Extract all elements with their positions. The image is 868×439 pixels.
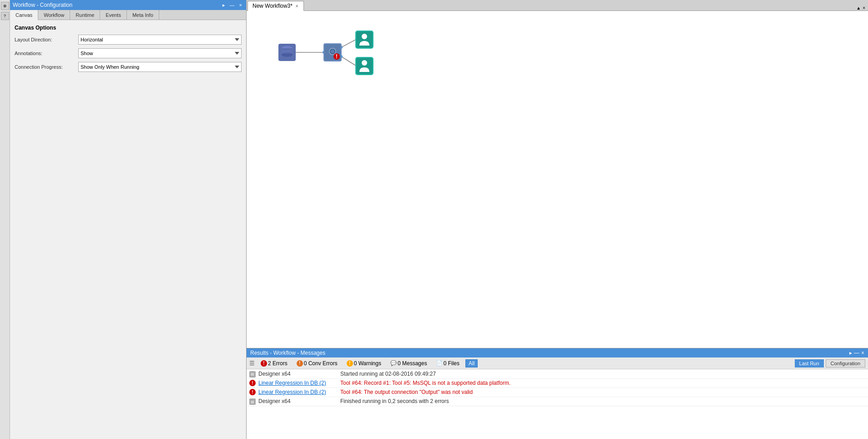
row-source-2: Designer x64 — [258, 398, 340, 404]
filter-conv-errors-btn[interactable]: ! 0 Conv Errors — [293, 359, 341, 368]
workflow-tab-title: New Workflow3* — [252, 3, 293, 9]
table-row: ▤ Designer x64 Finished running in 0,2 s… — [247, 397, 868, 407]
table-row: ▤ Designer x64 Started running at 02-08-… — [247, 369, 868, 379]
layout-direction-label: Layout Direction: — [15, 37, 78, 42]
results-list-icon: ☰ — [249, 360, 255, 367]
messages-label: 0 Messages — [398, 360, 427, 367]
connection-progress-select[interactable]: Show Only When Running Always Show Never… — [78, 62, 242, 72]
sidebar-icon-cursor[interactable]: ⊕ — [1, 2, 9, 10]
conv-error-icon: ! — [297, 360, 303, 367]
workflow-close-main-icon[interactable]: × — [863, 5, 865, 10]
row-message-error: Tool #64: Record #1: Tool #5: MsSQL is n… — [340, 380, 865, 386]
row-message-error-2: Tool #64: The output connection "Output"… — [340, 389, 865, 395]
sidebar-icon-help[interactable]: ? — [1, 12, 9, 20]
filter-errors-btn[interactable]: ! 2 Errors — [257, 359, 291, 368]
warn-icon: ! — [347, 360, 353, 367]
canvas-area[interactable]: ! — [247, 11, 868, 348]
results-toolbar: ☰ ! 2 Errors ! 0 Conv Errors ! 0 Warning… — [247, 357, 868, 369]
row-icon-group: ▤ — [249, 370, 258, 378]
configuration-button[interactable]: Configuration — [826, 359, 865, 368]
node-output-2[interactable] — [356, 57, 373, 75]
workflow-tabbar: New Workflow3* × ▲ × — [247, 0, 868, 11]
filter-warnings-btn[interactable]: ! 0 Warnings — [343, 359, 384, 368]
results-close-icon[interactable]: × — [861, 350, 864, 356]
config-content: Canvas Options Layout Direction: Horizon… — [10, 20, 246, 439]
svg-point-12 — [362, 34, 367, 39]
node-tool[interactable]: ! — [324, 44, 341, 61]
main-area: New Workflow3* × ▲ × — [247, 0, 868, 439]
tab-workflow[interactable]: Workflow — [38, 10, 70, 20]
section-title: Canvas Options — [15, 25, 242, 31]
annotations-label: Annotations: — [15, 51, 78, 56]
files-label: 0 Files — [444, 360, 459, 367]
tab-meta-info[interactable]: Meta Info — [127, 10, 159, 20]
svg-text:!: ! — [336, 53, 338, 60]
files-icon: 📄 — [436, 360, 443, 366]
row-message: Started running at 02-08-2016 09:49:27 — [340, 371, 865, 377]
tab-canvas[interactable]: Canvas — [10, 10, 38, 20]
svg-point-14 — [362, 60, 367, 66]
config-titlebar: Workflow - Configuration ▸ — × — [10, 0, 246, 10]
minimize-button[interactable]: — — [228, 2, 236, 8]
row-source-link[interactable]: Linear Regression In DB (2) — [258, 380, 340, 386]
error-icon: ! — [261, 360, 267, 367]
svg-point-8 — [331, 50, 334, 53]
config-tabs: Canvas Workflow Runtime Events Meta Info — [10, 10, 246, 20]
results-titlebar: Results - Workflow - Messages ▸ — × — [247, 348, 868, 357]
workflow-canvas: ! — [247, 11, 868, 348]
node-output-1[interactable] — [356, 31, 373, 48]
warnings-label: 0 Warnings — [354, 360, 381, 367]
tab-events[interactable]: Events — [100, 10, 127, 20]
svg-rect-11 — [356, 31, 373, 48]
row-icon-error: ! — [249, 380, 258, 387]
connection-tool-out1 — [341, 40, 356, 47]
message-icon: 💬 — [390, 360, 397, 366]
svg-rect-13 — [356, 57, 373, 75]
workflow-tab-close[interactable]: × — [295, 4, 299, 9]
table-row: ! Linear Regression In DB (2) Tool #64: … — [247, 388, 868, 397]
row-source: Designer x64 — [258, 371, 340, 377]
errors-label: 2 Errors — [268, 360, 288, 367]
node-database[interactable] — [278, 44, 296, 61]
results-table: ▤ Designer x64 Started running at 02-08-… — [247, 369, 868, 439]
connection-progress-row: Connection Progress: Show Only When Runn… — [15, 62, 242, 72]
filter-files-btn[interactable]: 📄 0 Files — [433, 359, 463, 368]
results-panel: Results - Workflow - Messages ▸ — × ☰ ! … — [247, 348, 868, 439]
workflow-maximize-icon[interactable]: ▲ — [856, 5, 861, 10]
row-icon-error-2: ! — [249, 389, 258, 396]
row-icon-group-2: ▤ — [249, 398, 258, 405]
close-config-button[interactable]: × — [238, 2, 243, 8]
annotations-row: Annotations: Show Hide Show When Running… — [15, 48, 242, 58]
titlebar-buttons: ▸ — × — [221, 2, 243, 8]
row-source-link-2[interactable]: Linear Regression In DB (2) — [258, 389, 340, 395]
connection-tool-out2 — [341, 56, 356, 66]
annotations-select[interactable]: Show Hide Show When Running only — [78, 48, 242, 58]
tab-runtime[interactable]: Runtime — [70, 10, 100, 20]
conv-errors-label: 0 Conv Errors — [304, 360, 338, 367]
layout-direction-select[interactable]: Horizontal Vertical Auto — [78, 35, 242, 45]
results-minimize-icon[interactable]: — — [854, 350, 859, 356]
results-title: Results - Workflow - Messages — [250, 350, 325, 356]
config-panel: Workflow - Configuration ▸ — × Canvas Wo… — [10, 0, 247, 439]
filter-all-btn[interactable]: All — [465, 359, 478, 368]
last-run-button[interactable]: Last Run — [795, 359, 824, 368]
connection-progress-label: Connection Progress: — [15, 64, 78, 70]
workflow-tab-new3[interactable]: New Workflow3* × — [247, 1, 304, 11]
results-action-buttons: Last Run Configuration — [795, 359, 865, 368]
left-sidebar: ⊕ ? — [0, 0, 10, 439]
all-label: All — [469, 360, 474, 367]
results-pin-icon[interactable]: ▸ — [849, 350, 852, 356]
table-row: ! Linear Regression In DB (2) Tool #64: … — [247, 379, 868, 388]
layout-direction-row: Layout Direction: Horizontal Vertical Au… — [15, 35, 242, 45]
pin-button[interactable]: ▸ — [221, 2, 227, 8]
config-title: Workflow - Configuration — [13, 2, 221, 8]
filter-messages-btn[interactable]: 💬 0 Messages — [387, 359, 430, 368]
row-message-finish: Finished running in 0,2 seconds with 2 e… — [340, 398, 865, 404]
